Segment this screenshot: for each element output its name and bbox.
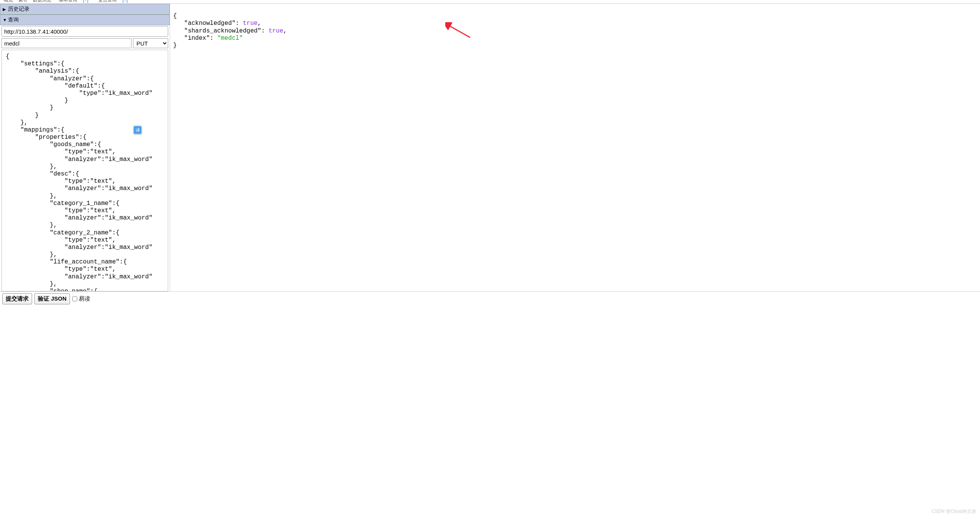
resp-index-key: "index" xyxy=(184,35,210,42)
response-panel: { "acknowledged": true, "shards_acknowle… xyxy=(170,4,980,291)
left-panel: ▶ 历史记录 ▼ 查询 PUT 译 xyxy=(0,4,170,291)
resp-index-val: "medcl" xyxy=(217,35,243,42)
bottom-bar: 提交请求 验证 JSON 易读 xyxy=(0,291,980,306)
resp-ack-key: "acknowledged" xyxy=(184,20,235,27)
chevron-down-icon: ▼ xyxy=(3,18,6,22)
tab-basic-query-plus[interactable]: [+] xyxy=(81,0,91,3)
history-label: 历史记录 xyxy=(8,6,29,13)
history-header[interactable]: ▶ 历史记录 xyxy=(0,4,170,15)
resp-shards-val: true xyxy=(269,28,283,34)
tab-compound-query-plus[interactable]: [+] xyxy=(120,0,130,3)
json-brace-open: { xyxy=(173,13,177,20)
tab-basic-query[interactable]: 基本查询 [+] xyxy=(54,0,93,3)
request-body-textarea[interactable] xyxy=(2,50,168,291)
tab-compound-query[interactable]: 复合查询 [+] xyxy=(94,0,132,3)
http-method-select[interactable]: PUT xyxy=(133,38,168,48)
tab-compound-query-label: 复合查询 xyxy=(96,0,119,3)
submit-button[interactable]: 提交请求 xyxy=(2,293,32,304)
translate-icon[interactable]: 译 xyxy=(133,125,142,135)
tab-index[interactable]: 索引 xyxy=(16,0,30,3)
query-header[interactable]: ▼ 查询 xyxy=(0,15,170,25)
index-input[interactable] xyxy=(2,38,131,48)
resp-ack-val: true xyxy=(243,20,257,27)
url-input[interactable] xyxy=(2,26,168,37)
annotation-arrow-icon xyxy=(445,22,472,41)
svg-line-0 xyxy=(448,25,470,37)
tab-browse[interactable]: 数据浏览 xyxy=(31,0,54,3)
tab-basic-query-label: 基本查询 xyxy=(57,0,80,3)
tab-overview[interactable]: 概览 xyxy=(2,0,15,3)
top-tabs: 概览 索引 数据浏览 基本查询 [+] 复合查询 [+] xyxy=(0,0,980,4)
pretty-checkbox-label[interactable]: 易读 xyxy=(72,295,90,302)
chevron-right-icon: ▶ xyxy=(3,7,6,12)
query-label: 查询 xyxy=(8,16,19,23)
resp-shards-key: "shards_acknowledged" xyxy=(184,28,261,34)
validate-json-button[interactable]: 验证 JSON xyxy=(34,293,70,304)
pretty-label-text: 易读 xyxy=(79,295,90,302)
pretty-checkbox[interactable] xyxy=(72,296,77,301)
json-brace-close: } xyxy=(173,42,177,49)
